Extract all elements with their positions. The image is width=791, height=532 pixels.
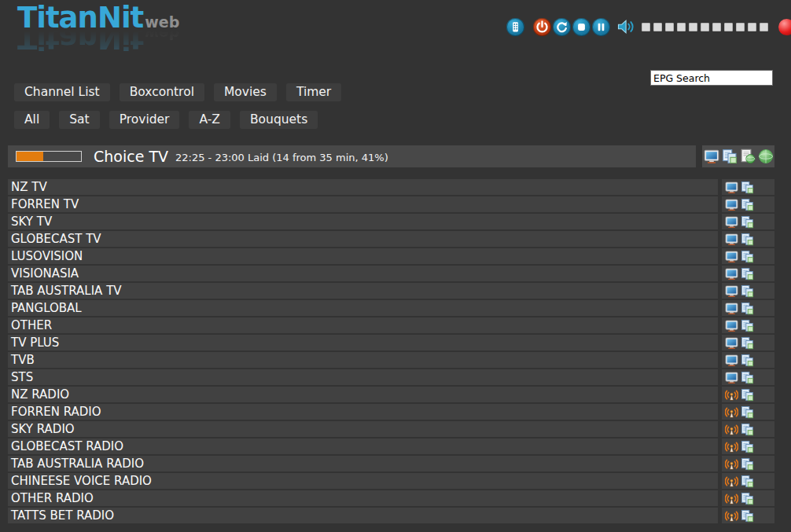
monitor-icon[interactable] <box>725 198 738 211</box>
monitor-icon[interactable] <box>725 181 738 194</box>
nav-timer-button[interactable]: Timer <box>286 83 341 101</box>
pause-icon[interactable] <box>592 18 610 36</box>
volume-segment[interactable] <box>748 23 756 31</box>
monitor-icon[interactable] <box>725 250 738 263</box>
epg-pages-icon[interactable] <box>741 233 754 246</box>
radio-broadcast-icon[interactable] <box>725 492 738 505</box>
epg-pages-icon[interactable] <box>741 215 754 229</box>
epg-pages-icon[interactable] <box>741 371 754 384</box>
channel-name[interactable]: LUSOVISION <box>8 248 718 264</box>
speaker-icon[interactable] <box>616 17 637 36</box>
volume-segment[interactable] <box>665 23 674 31</box>
channel-name[interactable]: TATTS BET RADIO <box>8 508 718 523</box>
reboot-icon[interactable] <box>553 18 571 36</box>
radio-broadcast-icon[interactable] <box>725 457 738 471</box>
epg-pages-icon[interactable] <box>741 250 754 263</box>
channel-row-actions <box>722 473 774 489</box>
epg-pages-icon[interactable] <box>741 302 754 315</box>
epg-search-input[interactable] <box>650 70 773 86</box>
channel-name[interactable]: VISIONASIA <box>8 266 718 281</box>
monitor-icon[interactable] <box>704 149 719 164</box>
volume-segment[interactable] <box>642 23 650 31</box>
radio-broadcast-icon[interactable] <box>725 405 738 419</box>
channel-name[interactable]: SKY TV <box>8 214 718 229</box>
epg-pages-icon[interactable] <box>722 149 738 164</box>
monitor-icon[interactable] <box>725 267 738 281</box>
epg-pages-icon[interactable] <box>741 284 754 298</box>
radio-broadcast-icon[interactable] <box>725 475 738 488</box>
monitor-icon[interactable] <box>725 302 738 315</box>
document-globe-icon[interactable] <box>740 149 756 164</box>
epg-pages-icon[interactable] <box>741 198 754 211</box>
epg-pages-icon[interactable] <box>741 181 754 194</box>
epg-pages-icon[interactable] <box>741 336 754 350</box>
monitor-icon[interactable] <box>725 233 738 246</box>
channel-name[interactable]: PANGLOBAL <box>8 300 718 316</box>
channel-name[interactable]: STS <box>8 369 718 385</box>
volume-segment[interactable] <box>677 23 686 31</box>
volume-segment[interactable] <box>760 23 768 31</box>
volume-segment[interactable] <box>689 23 697 31</box>
channel-row-actions <box>722 214 774 229</box>
nav-movies-button[interactable]: Movies <box>214 83 277 101</box>
radio-broadcast-icon[interactable] <box>725 440 738 453</box>
filter-az-button[interactable]: A-Z <box>189 111 230 129</box>
monitor-icon[interactable] <box>725 319 738 332</box>
channel-name[interactable]: FORREN TV <box>8 196 718 212</box>
channel-name[interactable]: GLOBECAST RADIO <box>8 438 718 454</box>
channel-name[interactable]: NZ TV <box>8 179 718 195</box>
epg-pages-icon[interactable] <box>741 405 754 419</box>
logo-reflection: TitanNitweb <box>17 24 179 53</box>
epg-pages-icon[interactable] <box>741 492 754 505</box>
filter-all-button[interactable]: All <box>14 111 50 129</box>
channel-row-actions <box>722 335 774 350</box>
channel-name[interactable]: GLOBECAST TV <box>8 231 718 247</box>
nav-channel-list-button[interactable]: Channel List <box>14 83 110 101</box>
monitor-icon[interactable] <box>725 215 738 229</box>
power-icon[interactable] <box>533 18 551 36</box>
channel-name[interactable]: TVB <box>8 352 718 368</box>
remote-keypad-icon[interactable] <box>506 18 524 36</box>
channel-name[interactable]: TAB AUSTRALIA RADIO <box>8 456 718 471</box>
monitor-icon[interactable] <box>725 354 738 367</box>
channel-name[interactable]: SKY RADIO <box>8 421 718 437</box>
channel-name[interactable]: CHINEESE VOICE RADIO <box>8 473 718 489</box>
epg-pages-icon[interactable] <box>741 509 754 523</box>
channel-name[interactable]: FORREN RADIO <box>8 404 718 420</box>
epg-pages-icon[interactable] <box>741 457 754 471</box>
app-logo: TitanNitweb TitanNitweb <box>17 3 179 53</box>
volume-segment[interactable] <box>736 23 745 31</box>
radio-broadcast-icon[interactable] <box>725 388 738 402</box>
radio-broadcast-icon[interactable] <box>725 509 738 523</box>
stop-icon[interactable] <box>572 18 590 36</box>
control-toolbar <box>506 17 791 36</box>
channel-name[interactable]: NZ RADIO <box>8 387 718 402</box>
channel-name[interactable]: TV PLUS <box>8 335 718 350</box>
radio-broadcast-icon[interactable] <box>725 423 738 436</box>
volume-segment[interactable] <box>701 23 709 31</box>
filter-provider-button[interactable]: Provider <box>109 111 180 129</box>
globe-icon[interactable] <box>758 149 774 164</box>
epg-pages-icon[interactable] <box>741 440 754 453</box>
nav-boxcontrol-button[interactable]: Boxcontrol <box>120 83 204 101</box>
channel-name[interactable]: OTHER <box>8 317 718 333</box>
volume-segment[interactable] <box>724 23 733 31</box>
channel-name[interactable]: OTHER RADIO <box>8 490 718 506</box>
epg-pages-icon[interactable] <box>741 267 754 281</box>
epg-pages-icon[interactable] <box>741 354 754 367</box>
volume-segment[interactable] <box>712 23 721 31</box>
monitor-icon[interactable] <box>725 336 738 350</box>
channel-row-actions <box>722 404 774 420</box>
monitor-icon[interactable] <box>725 371 738 384</box>
filter-sat-button[interactable]: Sat <box>59 111 99 129</box>
epg-pages-icon[interactable] <box>741 423 754 436</box>
channel-name[interactable]: TAB AUSTRALIA TV <box>8 283 718 299</box>
channel-row-actions <box>722 248 774 264</box>
monitor-icon[interactable] <box>725 284 738 298</box>
epg-pages-icon[interactable] <box>741 475 754 488</box>
epg-pages-icon[interactable] <box>741 388 754 402</box>
current-epg-info: 22:25 - 23:00 Laid (14 from 35 min, 41%) <box>175 150 388 163</box>
filter-bouquets-button[interactable]: Bouquets <box>240 111 318 129</box>
epg-pages-icon[interactable] <box>741 319 754 332</box>
volume-segment[interactable] <box>653 23 662 31</box>
